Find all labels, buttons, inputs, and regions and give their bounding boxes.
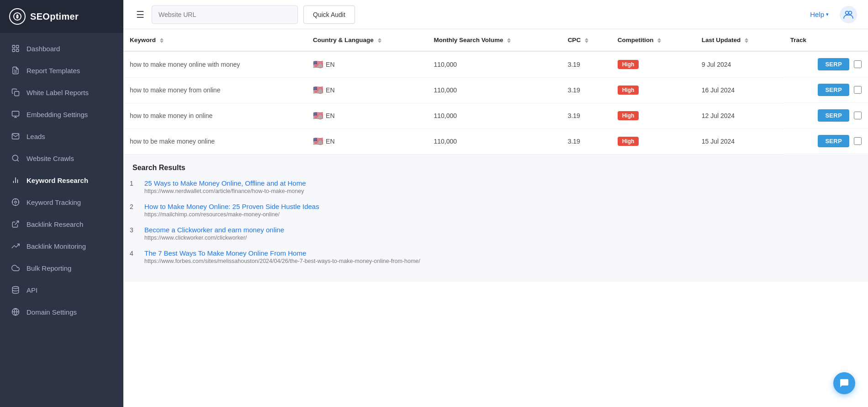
serp-button[interactable]: SERP <box>818 135 849 147</box>
cell-competition: High <box>611 77 695 103</box>
cell-keyword: how to make money from online <box>123 77 307 103</box>
sort-icon-competition <box>657 38 661 43</box>
cell-last-updated: 16 Jul 2024 <box>695 77 784 103</box>
cell-country: 🇺🇸 EN <box>307 129 427 154</box>
search-icon <box>11 154 20 163</box>
sidebar-item-keyword-tracking[interactable]: Keyword Tracking <box>0 191 123 213</box>
cell-monthly-volume: 110,000 <box>427 51 561 77</box>
sort-icon-monthly <box>507 38 511 43</box>
svg-point-27 <box>849 11 852 14</box>
chat-fab-button[interactable] <box>833 372 855 394</box>
chevron-down-icon: ▾ <box>826 11 829 17</box>
sidebar-item-label: Report Templates <box>26 67 80 75</box>
track-checkbox[interactable] <box>854 60 862 68</box>
col-header-cpc[interactable]: CPC <box>561 29 611 51</box>
mail-icon <box>11 132 20 141</box>
cell-country: 🇺🇸 EN <box>307 51 427 77</box>
sidebar-item-website-crawls[interactable]: Website Crawls <box>0 147 123 169</box>
list-item: 1 25 Ways to Make Money Online, Offline … <box>130 179 862 194</box>
language-code: EN <box>326 138 334 145</box>
trending-up-icon <box>11 241 20 251</box>
serp-button[interactable]: SERP <box>818 58 849 70</box>
sidebar-item-label: Domain Settings <box>26 308 77 316</box>
table-row: how to make money from online 🇺🇸 EN 110,… <box>123 77 868 103</box>
serp-button[interactable]: SERP <box>818 109 849 122</box>
file-text-icon <box>11 66 20 75</box>
track-checkbox[interactable] <box>854 86 862 94</box>
sidebar-item-label: Dashboard <box>26 45 60 53</box>
col-header-last-updated[interactable]: Last Updated <box>695 29 784 51</box>
competition-badge: High <box>618 137 639 146</box>
col-header-competition[interactable]: Competition <box>611 29 695 51</box>
track-checkbox[interactable] <box>854 112 862 119</box>
sidebar-item-label: Website Crawls <box>26 155 74 162</box>
cell-track-serp: SERP <box>784 77 868 103</box>
sidebar-item-embedding-settings[interactable]: Embedding Settings <box>0 103 123 125</box>
sidebar-item-dashboard[interactable]: Dashboard <box>0 37 123 59</box>
sidebar-item-domain-settings[interactable]: Domain Settings <box>0 301 123 323</box>
result-title[interactable]: The 7 Best Ways To Make Money Online Fro… <box>144 249 420 257</box>
competition-badge: High <box>618 111 639 120</box>
cell-track-serp: SERP <box>784 103 868 129</box>
cell-competition: High <box>611 129 695 154</box>
sidebar-item-label: White Label Reports <box>26 89 89 96</box>
sort-icon-keyword <box>160 38 164 43</box>
table-row: how to make money in online 🇺🇸 EN 110,00… <box>123 103 868 129</box>
serp-button[interactable]: SERP <box>818 84 849 96</box>
search-results-section: Search Results 1 25 Ways to Make Money O… <box>123 155 868 282</box>
sidebar-item-bulk-reporting[interactable]: Bulk Reporting <box>0 257 123 279</box>
result-title[interactable]: Become a Clickworker and earn money onli… <box>144 226 284 234</box>
sidebar-item-label: Backlink Research <box>26 220 83 228</box>
sidebar-item-label: Backlink Monitoring <box>26 242 86 250</box>
competition-badge: High <box>618 86 639 95</box>
sidebar-item-keyword-research[interactable]: Keyword Research <box>0 169 123 191</box>
cell-monthly-volume: 110,000 <box>427 129 561 154</box>
sidebar-item-white-label-reports[interactable]: White Label Reports <box>0 81 123 103</box>
svg-point-17 <box>15 201 17 204</box>
sidebar-item-label: Leads <box>26 133 45 140</box>
sidebar-item-leads[interactable]: Leads <box>0 125 123 147</box>
table-row: how to be make money online 🇺🇸 EN 110,00… <box>123 129 868 154</box>
result-content: Become a Clickworker and earn money onli… <box>144 226 284 241</box>
cell-keyword: how to make money online with money <box>123 51 307 77</box>
main-area: ☰ Quick Audit Help ▾ Keyword <box>123 0 868 407</box>
quick-audit-button[interactable]: Quick Audit <box>303 5 355 24</box>
external-link-icon <box>11 220 20 229</box>
col-header-country-language[interactable]: Country & Language <box>307 29 427 51</box>
col-header-monthly-search[interactable]: Monthly Search Volume <box>427 29 561 51</box>
result-title[interactable]: How to Make Money Online: 25 Proven Side… <box>144 203 319 210</box>
flag-icon: 🇺🇸 <box>313 111 323 121</box>
svg-line-22 <box>15 221 19 225</box>
result-number: 4 <box>130 249 138 257</box>
sidebar-item-report-templates[interactable]: Report Templates <box>0 59 123 81</box>
result-url: https://www.clickworker.com/clickworker/ <box>144 235 284 241</box>
language-code: EN <box>326 112 334 119</box>
crosshair-icon <box>11 198 20 207</box>
sidebar-item-label: Bulk Reporting <box>26 264 71 272</box>
result-content: The 7 Best Ways To Make Money Online Fro… <box>144 249 420 264</box>
cell-competition: High <box>611 51 695 77</box>
sidebar-item-label: API <box>26 286 37 294</box>
result-title[interactable]: 25 Ways to Make Money Online, Offline an… <box>144 179 306 187</box>
flag-icon: 🇺🇸 <box>313 85 323 95</box>
help-button[interactable]: Help ▾ <box>810 11 829 18</box>
hamburger-button[interactable]: ☰ <box>134 7 146 22</box>
cell-monthly-volume: 110,000 <box>427 77 561 103</box>
sidebar-item-backlink-monitoring[interactable]: Backlink Monitoring <box>0 235 123 257</box>
url-input[interactable] <box>152 5 298 24</box>
svg-point-0 <box>14 13 21 20</box>
sidebar-item-label: Keyword Research <box>26 177 88 184</box>
col-header-track: Track <box>784 29 868 51</box>
sidebar-item-backlink-research[interactable]: Backlink Research <box>0 213 123 235</box>
svg-rect-8 <box>12 111 19 116</box>
svg-line-12 <box>17 160 18 161</box>
cell-last-updated: 9 Jul 2024 <box>695 51 784 77</box>
cell-track-serp: SERP <box>784 52 868 77</box>
user-avatar[interactable] <box>840 6 857 23</box>
language-code: EN <box>326 86 334 94</box>
col-header-keyword[interactable]: Keyword <box>123 29 307 51</box>
svg-rect-3 <box>12 49 15 52</box>
sidebar-item-api[interactable]: API <box>0 279 123 301</box>
copy-icon <box>11 88 20 97</box>
track-checkbox[interactable] <box>854 137 862 145</box>
